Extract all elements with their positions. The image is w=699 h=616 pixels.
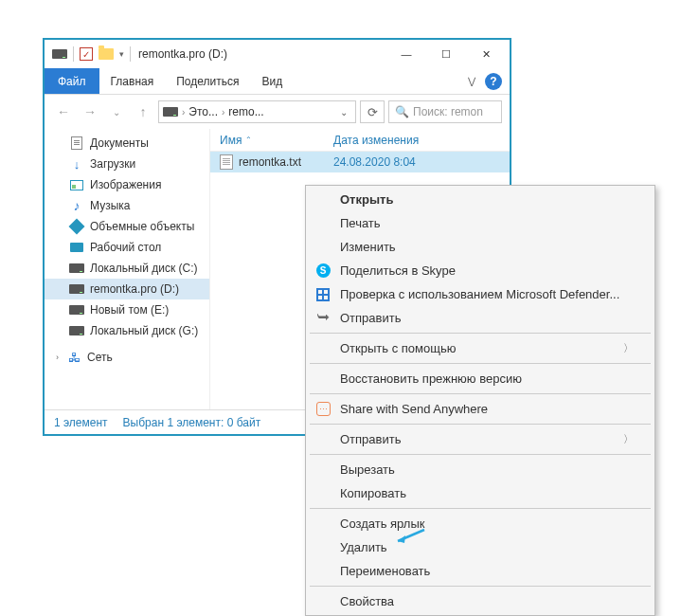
column-headers: Имя⌃ Дата изменения xyxy=(210,129,510,152)
ctx-cut[interactable]: Вырезать xyxy=(308,458,653,481)
tab-file[interactable]: Файл xyxy=(45,68,99,94)
sidebar-item-3dobjects[interactable]: Объемные объекты xyxy=(45,216,209,237)
file-date: 24.08.2020 8:04 xyxy=(333,155,416,169)
ctx-defender[interactable]: Проверка с использованием Microsoft Defe… xyxy=(308,282,653,306)
separator xyxy=(310,424,651,425)
help-button[interactable]: ? xyxy=(485,73,502,90)
maximize-button[interactable]: ☐ xyxy=(426,41,466,67)
sidebar-label: Сеть xyxy=(87,351,113,364)
refresh-button[interactable]: ⟳ xyxy=(360,100,385,123)
skype-icon: S xyxy=(316,263,331,278)
cube-icon xyxy=(69,219,85,235)
chevron-icon[interactable]: › xyxy=(56,353,59,362)
breadcrumb-segment[interactable]: remo... xyxy=(228,105,263,118)
column-header-date[interactable]: Дата изменения xyxy=(333,134,419,147)
ctx-properties[interactable]: Свойства xyxy=(308,589,653,613)
desktop-icon xyxy=(70,243,83,252)
drive-icon xyxy=(163,107,178,117)
sidebar-item-disk-d[interactable]: remontka.pro (D:) xyxy=(45,279,209,299)
sidebar-item-pictures[interactable]: Изображения xyxy=(45,174,209,195)
address-field[interactable]: › Это... › remo... ⌄ xyxy=(158,100,356,123)
sidebar-label: Загрузки xyxy=(90,157,135,171)
ribbon-collapse-icon[interactable]: ⋁ xyxy=(468,76,475,86)
separator xyxy=(73,46,74,62)
separator xyxy=(310,586,651,587)
separator xyxy=(310,363,651,364)
titlebar[interactable]: ✓ ▾ remontka.pro (D:) — ☐ ✕ xyxy=(45,40,510,68)
back-button[interactable]: ← xyxy=(52,100,75,123)
submenu-arrow-icon: 〉 xyxy=(623,341,634,355)
drive-icon xyxy=(69,263,84,273)
ribbon-tabs: Файл Главная Поделиться Вид ⋁ ? xyxy=(45,68,510,95)
ctx-sendanywhere[interactable]: ⋯Share with Send Anywhere xyxy=(308,397,653,421)
share-icon: ⮩ xyxy=(315,311,331,326)
status-selected: Выбран 1 элемент: 0 байт xyxy=(123,416,261,429)
sidebar-label: Локальный диск (C:) xyxy=(90,262,198,275)
sidebar-label: Рабочий стол xyxy=(90,241,161,254)
folder-icon[interactable] xyxy=(99,48,114,60)
tab-home[interactable]: Главная xyxy=(99,68,166,94)
ctx-rename[interactable]: Переименовать xyxy=(308,559,653,583)
search-input[interactable]: 🔍 Поиск: remon xyxy=(388,100,502,123)
up-button[interactable]: ↑ xyxy=(132,100,154,123)
chevron-down-icon[interactable]: ⌄ xyxy=(336,107,351,118)
qat-chevron-icon[interactable]: ▾ xyxy=(119,49,124,59)
chevron-icon: › xyxy=(182,107,185,118)
sidebar-label: Изображения xyxy=(90,178,161,191)
sidebar-item-music[interactable]: ♪Музыка xyxy=(45,195,209,216)
sidebar-label: Объемные объекты xyxy=(90,220,194,233)
network-icon: 🖧 xyxy=(66,351,81,364)
document-icon xyxy=(71,136,82,150)
breadcrumb-segment[interactable]: Это... xyxy=(188,105,218,118)
history-chevron-icon[interactable]: ⌄ xyxy=(105,100,128,123)
ctx-print[interactable]: Печать xyxy=(308,211,653,235)
ctx-open[interactable]: Открыть xyxy=(308,188,653,211)
column-header-name[interactable]: Имя⌃ xyxy=(220,134,333,147)
defender-icon xyxy=(316,288,330,301)
window-title: remontka.pro (D:) xyxy=(138,47,386,61)
sidebar: Документы ↓Загрузки Изображения ♪Музыка … xyxy=(45,129,210,409)
forward-button[interactable]: → xyxy=(79,100,101,123)
sidebar-label: Музыка xyxy=(90,199,130,212)
separator xyxy=(310,333,651,334)
minimize-button[interactable]: — xyxy=(386,41,426,67)
separator xyxy=(130,46,131,62)
drive-icon xyxy=(52,49,67,59)
file-row[interactable]: remontka.txt 24.08.2020 8:04 xyxy=(210,152,510,172)
search-placeholder: Поиск: remon xyxy=(413,105,483,118)
sort-indicator-icon: ⌃ xyxy=(245,136,252,144)
ctx-delete[interactable]: Удалить xyxy=(308,535,653,559)
sendanywhere-icon: ⋯ xyxy=(316,402,331,416)
sidebar-item-disk-e[interactable]: Новый том (E:) xyxy=(45,299,209,320)
ctx-copy[interactable]: Копировать xyxy=(308,481,653,505)
sidebar-item-documents[interactable]: Документы xyxy=(45,133,209,154)
addressbar: ← → ⌄ ↑ › Это... › remo... ⌄ ⟳ 🔍 Поиск: … xyxy=(45,95,510,129)
file-name: remontka.txt xyxy=(239,155,333,169)
sidebar-item-desktop[interactable]: Рабочий стол xyxy=(45,237,209,258)
properties-qat-icon[interactable]: ✓ xyxy=(80,47,93,61)
sidebar-item-disk-g[interactable]: Локальный диск (G:) xyxy=(45,320,209,341)
download-icon: ↓ xyxy=(69,157,84,171)
sidebar-label: Документы xyxy=(90,136,149,150)
music-icon: ♪ xyxy=(69,199,84,212)
search-icon: 🔍 xyxy=(395,105,409,118)
sidebar-item-downloads[interactable]: ↓Загрузки xyxy=(45,154,209,174)
ctx-skype[interactable]: SПоделиться в Skype xyxy=(308,259,653,282)
drive-icon xyxy=(69,284,84,294)
ctx-sendto[interactable]: Отправить〉 xyxy=(308,427,653,451)
sidebar-item-disk-c[interactable]: Локальный диск (C:) xyxy=(45,258,209,279)
ctx-openwith[interactable]: Открыть с помощью〉 xyxy=(308,336,653,360)
tab-share[interactable]: Поделиться xyxy=(165,68,250,94)
ctx-shortcut[interactable]: Создать ярлык xyxy=(308,512,653,535)
sidebar-label: Новый том (E:) xyxy=(90,303,169,317)
tab-view[interactable]: Вид xyxy=(250,68,294,94)
close-button[interactable]: ✕ xyxy=(466,41,506,67)
sidebar-item-network[interactable]: ›🖧Сеть xyxy=(45,347,209,368)
ctx-share[interactable]: ⮩Отправить xyxy=(308,306,653,330)
context-menu: Открыть Печать Изменить SПоделиться в Sk… xyxy=(305,185,655,616)
drive-icon xyxy=(69,326,84,335)
text-file-icon xyxy=(220,154,233,170)
status-count: 1 элемент xyxy=(54,416,108,429)
ctx-edit[interactable]: Изменить xyxy=(308,235,653,259)
ctx-restore[interactable]: Восстановить прежнюю версию xyxy=(308,367,653,390)
